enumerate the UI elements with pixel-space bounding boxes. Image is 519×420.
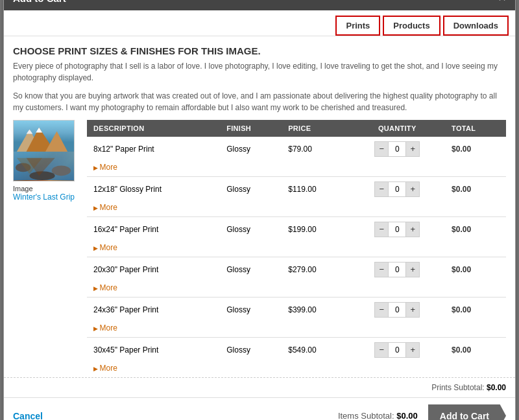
qty-decrease-button[interactable]: − <box>375 262 388 277</box>
qty-input[interactable] <box>388 262 406 277</box>
section-heading: CHOOSE PRINT SIZES & FINISHES FOR THIS I… <box>13 45 506 56</box>
modal-overlay: Add to Cart ✕ Prints Products Downloads … <box>0 0 519 420</box>
cell-quantity: − + <box>349 137 445 161</box>
qty-decrease-button[interactable]: − <box>375 222 388 237</box>
modal-footer: Cancel Items Subtotal: $0.00 Add to Cart <box>4 397 515 421</box>
cancel-button[interactable]: Cancel <box>13 411 43 421</box>
more-cell: More <box>87 242 506 257</box>
cell-price: $79.00 <box>282 137 349 161</box>
cell-finish: Glossy <box>220 137 282 161</box>
cell-total: $0.00 <box>445 176 506 202</box>
cell-description: 16x24" Paper Print <box>87 216 220 242</box>
qty-decrease-button[interactable]: − <box>375 303 388 317</box>
col-quantity: QUANTITY <box>349 120 445 137</box>
more-link[interactable]: More <box>93 323 117 332</box>
col-total: TOTAL <box>445 120 506 137</box>
table-row: 20x30" Paper Print Glossy $279.00 − + $0… <box>87 257 506 282</box>
cell-finish: Glossy <box>220 176 282 202</box>
col-description: DESCRIPTION <box>87 120 220 137</box>
table-row: 24x36" Paper Print Glossy $399.00 − + $0… <box>87 297 506 322</box>
items-subtotal: Items Subtotal: $0.00 <box>338 411 418 420</box>
cell-total: $0.00 <box>445 337 506 362</box>
quantity-control: − + <box>374 141 420 157</box>
modal-header: Add to Cart ✕ <box>4 0 515 10</box>
table-row: 16x24" Paper Print Glossy $199.00 − + $0… <box>87 216 506 242</box>
cell-description: 8x12" Paper Print <box>87 137 220 161</box>
cell-total: $0.00 <box>445 137 506 161</box>
cell-quantity: − + <box>349 216 445 242</box>
qty-increase-button[interactable]: + <box>406 262 419 277</box>
image-name[interactable]: Winter's Last Grip <box>13 192 78 202</box>
cell-description: 20x30" Paper Print <box>87 257 220 282</box>
content-area: CHOOSE PRINT SIZES & FINISHES FOR THIS I… <box>4 36 515 377</box>
prints-subtotal-label: Prints Subtotal: <box>431 383 484 392</box>
qty-input[interactable] <box>388 182 406 196</box>
qty-increase-button[interactable]: + <box>406 182 419 196</box>
qty-decrease-button[interactable]: − <box>375 182 388 196</box>
qty-decrease-button[interactable]: − <box>375 343 388 357</box>
modal-title: Add to Cart <box>13 0 66 4</box>
table-header-row: DESCRIPTION FINISH PRICE QUANTITY TOTAL <box>87 120 506 137</box>
section-desc1: Every piece of photography that I sell i… <box>13 60 506 84</box>
section-desc2: So know that you are buying artwork that… <box>13 90 506 113</box>
more-link[interactable]: More <box>93 203 117 212</box>
more-cell: More <box>87 362 506 377</box>
qty-input[interactable] <box>388 222 406 237</box>
main-section: Image Winter's Last Grip DESCRIPTION FIN… <box>13 120 506 377</box>
cell-total: $0.00 <box>445 257 506 282</box>
quantity-control: − + <box>374 222 420 237</box>
cell-total: $0.00 <box>445 216 506 242</box>
tab-downloads[interactable]: Downloads <box>443 16 509 36</box>
quantity-control: − + <box>374 302 420 318</box>
items-subtotal-value: $0.00 <box>396 411 418 420</box>
table-row: 12x18" Glossy Print Glossy $119.00 − + $… <box>87 176 506 202</box>
more-link[interactable]: More <box>93 364 117 373</box>
more-row: More <box>87 242 506 257</box>
footer-right: Items Subtotal: $0.00 Add to Cart <box>338 404 506 421</box>
qty-increase-button[interactable]: + <box>406 142 419 156</box>
close-button[interactable]: ✕ <box>498 0 506 3</box>
col-price: PRICE <box>282 120 349 137</box>
qty-increase-button[interactable]: + <box>406 303 419 317</box>
table-panel: DESCRIPTION FINISH PRICE QUANTITY TOTAL … <box>87 120 506 377</box>
tab-prints[interactable]: Prints <box>335 16 380 36</box>
cell-finish: Glossy <box>220 257 282 282</box>
qty-input[interactable] <box>388 343 406 357</box>
tab-products[interactable]: Products <box>383 16 440 36</box>
svg-point-9 <box>29 171 54 180</box>
cell-quantity: − + <box>349 257 445 282</box>
modal: Add to Cart ✕ Prints Products Downloads … <box>3 0 516 420</box>
modal-body: Prints Products Downloads CHOOSE PRINT S… <box>4 10 515 397</box>
quantity-control: − + <box>374 181 420 197</box>
more-cell: More <box>87 322 506 338</box>
more-link[interactable]: More <box>93 163 117 172</box>
more-cell: More <box>87 282 506 298</box>
qty-decrease-button[interactable]: − <box>375 142 388 156</box>
more-row: More <box>87 202 506 217</box>
cell-description: 12x18" Glossy Print <box>87 176 220 202</box>
items-subtotal-label: Items Subtotal: <box>338 411 394 420</box>
col-finish: FINISH <box>220 120 282 137</box>
product-thumbnail <box>13 120 75 181</box>
cell-price: $549.00 <box>282 337 349 362</box>
cell-total: $0.00 <box>445 297 506 322</box>
cell-price: $279.00 <box>282 257 349 282</box>
prints-table: DESCRIPTION FINISH PRICE QUANTITY TOTAL … <box>87 120 506 377</box>
cell-description: 24x36" Paper Print <box>87 297 220 322</box>
qty-increase-button[interactable]: + <box>406 343 419 357</box>
cell-price: $399.00 <box>282 297 349 322</box>
prints-subtotal-value: $0.00 <box>487 383 506 392</box>
tabs-row: Prints Products Downloads <box>4 10 515 36</box>
cell-price: $199.00 <box>282 216 349 242</box>
qty-increase-button[interactable]: + <box>406 222 419 237</box>
add-to-cart-button[interactable]: Add to Cart <box>428 404 506 421</box>
qty-input[interactable] <box>388 142 406 156</box>
more-link[interactable]: More <box>93 243 117 252</box>
more-row: More <box>87 282 506 298</box>
more-row: More <box>87 362 506 377</box>
more-link[interactable]: More <box>93 283 117 292</box>
more-row: More <box>87 161 506 177</box>
image-panel: Image Winter's Last Grip <box>13 120 78 377</box>
cell-quantity: − + <box>349 337 445 362</box>
qty-input[interactable] <box>388 303 406 317</box>
